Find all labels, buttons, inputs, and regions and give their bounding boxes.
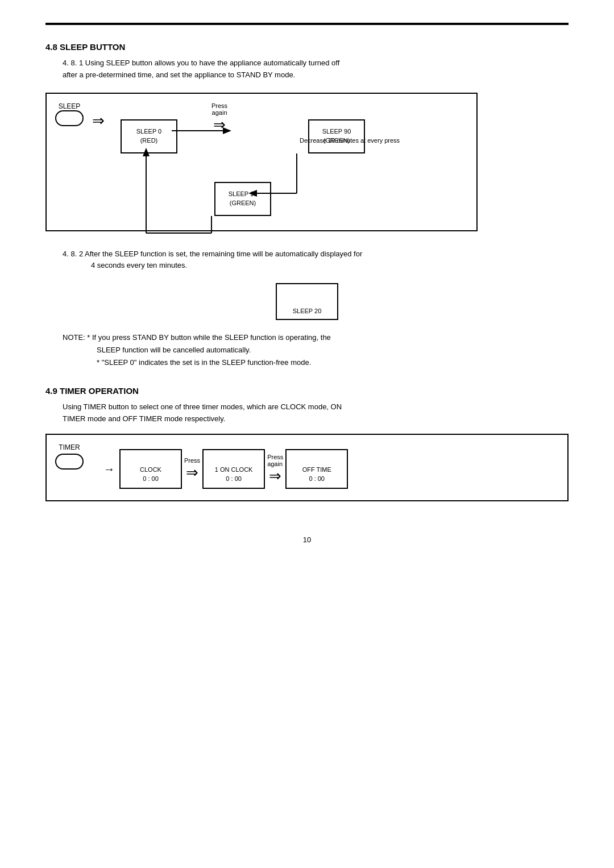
- notes-section: NOTE: * If you press STAND BY button whi…: [63, 331, 569, 369]
- timer-button-shape: [55, 454, 84, 470]
- arrow-timer-1: ⇒: [186, 464, 198, 481]
- sleep-label: SLEEP: [59, 102, 81, 110]
- timer-button-group: TIMER: [55, 443, 84, 470]
- section-48: 4.8 SLEEP BUTTON 4. 8. 1 Using SLEEP but…: [45, 42, 569, 369]
- section-48-title: 4.8 SLEEP BUTTON: [45, 42, 569, 52]
- section-49: 4.9 TIMER OPERATION Using TIMER button t…: [45, 386, 569, 501]
- sleep-cycle-diagram: SLEEP ⇒: [45, 93, 478, 231]
- on-clock-label: 1 ON CLOCK 0 : 00: [215, 466, 253, 483]
- timer-diagram-container: TIMER → CLOCK 0 : 00 Press ⇒ 1: [45, 434, 569, 501]
- sleep-cycle-inner: SLEEP 0 (RED) Press again ⇒ SLEEP 90 (GR…: [109, 102, 439, 222]
- arrow-1: ⇒: [92, 112, 105, 130]
- sleep0-label: SLEEP 0 (RED): [136, 127, 161, 145]
- arrow-timer-2: ⇒: [269, 467, 281, 485]
- timer-flow-row: → CLOCK 0 : 00 Press ⇒ 1 ON CLOCK 0 : 00: [103, 443, 556, 489]
- section-49-title: 4.9 TIMER OPERATION: [45, 386, 569, 396]
- press-col-1: Press ⇒: [184, 457, 200, 481]
- page-number: 10: [45, 535, 569, 544]
- note2: SLEEP function will be cancelled automat…: [97, 344, 569, 356]
- press-col-2: Press again ⇒: [267, 454, 283, 485]
- note3: * "SLEEP 0" indicates the set is in the …: [97, 356, 569, 369]
- sleep20-label: SLEEP 20: [293, 308, 322, 314]
- note1: NOTE: * If you press STAND BY button whi…: [63, 331, 569, 344]
- section-48-para2: 4. 8. 2 After the SLEEP function is set,…: [63, 248, 569, 272]
- section-48-para1: 4. 8. 1 Using SLEEP button allows you to…: [63, 57, 569, 81]
- sleep-button-shape: [55, 110, 84, 126]
- sleep10-box: SLEEP 10 (GREEN): [214, 182, 271, 216]
- timer-arrow-start: →: [103, 463, 115, 476]
- on-clock-box: 1 ON CLOCK 0 : 00: [202, 449, 265, 489]
- clock-box: CLOCK 0 : 00: [119, 449, 182, 489]
- sleep10-label: SLEEP 10 (GREEN): [229, 190, 258, 207]
- top-border: [45, 23, 569, 25]
- press-again-label-2: Press again: [267, 454, 283, 467]
- sleep0-box: SLEEP 0 (RED): [121, 119, 177, 153]
- sleep20-container: SLEEP 20: [45, 283, 569, 320]
- press-again-sleep: Press again ⇒: [211, 102, 227, 134]
- sleep20-box: SLEEP 20: [276, 283, 338, 320]
- off-time-box: OFF TIME 0 : 00: [285, 449, 348, 489]
- timer-label: TIMER: [59, 443, 80, 451]
- press-label-1: Press: [184, 457, 200, 464]
- section-49-para: Using TIMER button to select one of thre…: [63, 401, 569, 425]
- decrease-label: Decrease 10 minutes at every press: [300, 136, 400, 145]
- sleep-button-group: SLEEP: [55, 102, 84, 126]
- off-time-label: OFF TIME 0 : 00: [302, 466, 331, 483]
- clock-label: CLOCK 0 : 00: [140, 466, 161, 483]
- arrow-2: ⇒: [213, 116, 226, 133]
